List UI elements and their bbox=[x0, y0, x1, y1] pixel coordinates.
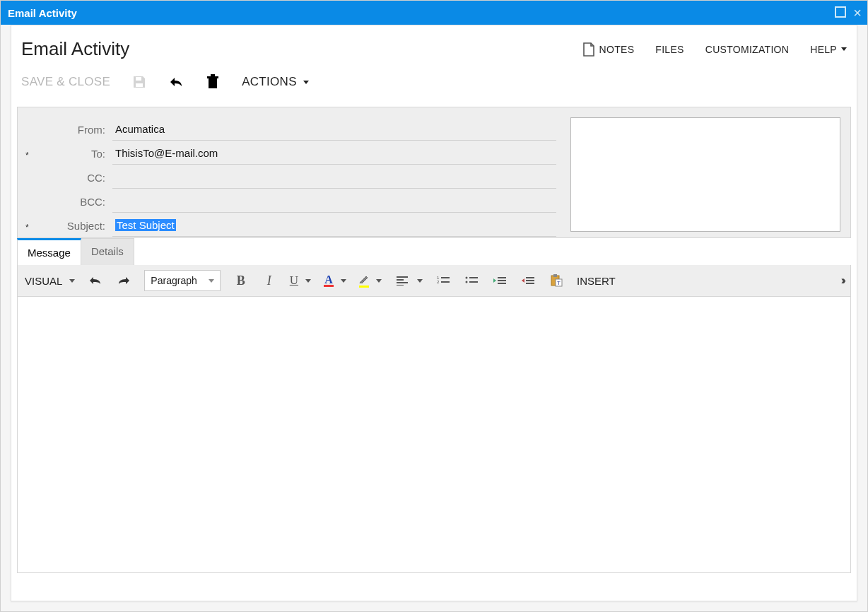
svg-rect-1 bbox=[136, 83, 143, 87]
page-title: Email Activity bbox=[21, 38, 582, 60]
subject-row: *Subject: Test Subject bbox=[28, 213, 556, 237]
expand-toolbar-icon[interactable]: ›› bbox=[841, 273, 843, 288]
bcc-label: BCC: bbox=[28, 196, 105, 208]
indent-icon[interactable] bbox=[492, 273, 508, 288]
preview-box bbox=[570, 117, 840, 232]
ordered-list-icon[interactable]: 12 bbox=[435, 273, 451, 288]
help-link[interactable]: HELP bbox=[810, 44, 847, 55]
editor-toolbar: VISUAL Paragraph B I U A bbox=[17, 265, 851, 297]
help-label: HELP bbox=[810, 44, 837, 55]
save-close-button[interactable]: SAVE & CLOSE bbox=[21, 75, 110, 89]
notes-icon bbox=[582, 42, 595, 57]
highlight-icon bbox=[359, 273, 369, 286]
files-label: FILES bbox=[655, 44, 684, 55]
svg-rect-3 bbox=[207, 76, 218, 78]
to-field[interactable]: ThisisTo@E-mail.com bbox=[112, 143, 556, 165]
content-area: Email Activity NOTES FILES CUSTOMIZATION… bbox=[11, 25, 857, 601]
chevron-down-icon bbox=[341, 279, 346, 283]
message-body[interactable] bbox=[17, 297, 851, 573]
from-label: From: bbox=[28, 124, 105, 136]
header-actions: NOTES FILES CUSTOMIZATION HELP bbox=[582, 42, 847, 57]
window-titlebar: Email Activity × bbox=[1, 1, 867, 25]
subject-field[interactable]: Test Subject bbox=[112, 215, 556, 237]
svg-rect-24 bbox=[553, 274, 557, 277]
undo-icon[interactable] bbox=[168, 74, 184, 90]
from-field[interactable]: Acumatica bbox=[112, 119, 556, 141]
insert-menu[interactable]: INSERT bbox=[577, 275, 616, 287]
tab-strip: Message Details bbox=[17, 238, 851, 265]
font-color-label: A bbox=[324, 275, 333, 285]
email-fields: From: Acumatica *To: ThisisTo@E-mail.com… bbox=[28, 117, 556, 237]
cc-label: CC: bbox=[28, 172, 105, 184]
page-header: Email Activity NOTES FILES CUSTOMIZATION… bbox=[11, 25, 857, 64]
svg-point-14 bbox=[466, 281, 468, 283]
notes-link[interactable]: NOTES bbox=[582, 42, 635, 57]
underline-button[interactable]: U bbox=[290, 273, 311, 288]
editor-redo-icon[interactable] bbox=[116, 273, 131, 288]
font-color-swatch bbox=[324, 285, 334, 287]
from-row: From: Acumatica bbox=[28, 117, 556, 141]
subject-selected-text: Test Subject bbox=[115, 219, 176, 231]
to-label: *To: bbox=[28, 148, 105, 160]
svg-rect-2 bbox=[209, 78, 217, 88]
svg-text:2: 2 bbox=[437, 280, 440, 284]
window-maximize-icon[interactable] bbox=[835, 6, 846, 20]
chevron-down-icon bbox=[417, 279, 423, 283]
tab-details[interactable]: Details bbox=[81, 238, 134, 265]
chevron-down-icon bbox=[209, 279, 214, 283]
bcc-row: BCC: bbox=[28, 189, 556, 213]
chevron-down-icon bbox=[305, 279, 311, 283]
cc-field[interactable] bbox=[112, 167, 556, 189]
font-color-button[interactable]: A bbox=[324, 275, 346, 287]
paste-icon[interactable]: T bbox=[549, 273, 564, 288]
bcc-field[interactable] bbox=[112, 191, 556, 213]
svg-rect-0 bbox=[136, 77, 141, 81]
email-form-panel: From: Acumatica *To: ThisisTo@E-mail.com… bbox=[17, 107, 851, 238]
window-close-icon[interactable]: × bbox=[853, 6, 862, 20]
main-toolbar: SAVE & CLOSE ACTIONS bbox=[11, 64, 857, 107]
chevron-down-icon bbox=[841, 47, 847, 51]
chevron-down-icon bbox=[303, 81, 309, 84]
files-link[interactable]: FILES bbox=[655, 44, 684, 55]
save-icon[interactable] bbox=[131, 74, 147, 90]
unordered-list-icon[interactable] bbox=[464, 273, 479, 288]
chevron-down-icon bbox=[69, 279, 75, 283]
svg-text:T: T bbox=[557, 280, 561, 286]
visual-mode-menu[interactable]: VISUAL bbox=[25, 275, 75, 287]
tab-message[interactable]: Message bbox=[17, 238, 81, 265]
highlight-button[interactable] bbox=[359, 273, 382, 288]
actions-menu[interactable]: ACTIONS bbox=[242, 75, 309, 89]
editor-undo-icon[interactable] bbox=[88, 273, 103, 288]
italic-button[interactable]: I bbox=[262, 273, 277, 288]
visual-label: VISUAL bbox=[25, 275, 62, 287]
underline-label: U bbox=[290, 273, 298, 288]
svg-rect-4 bbox=[211, 74, 215, 76]
paragraph-select[interactable]: Paragraph bbox=[144, 270, 220, 291]
app-window: Email Activity × Email Activity NOTES FI… bbox=[0, 0, 868, 612]
chevron-down-icon bbox=[376, 279, 382, 283]
customization-label: CUSTOMIZATION bbox=[705, 44, 790, 55]
align-left-icon bbox=[394, 273, 410, 288]
bold-button[interactable]: B bbox=[233, 273, 249, 288]
window-title: Email Activity bbox=[8, 7, 835, 19]
align-button[interactable] bbox=[394, 273, 423, 288]
notes-label: NOTES bbox=[599, 44, 635, 55]
customization-link[interactable]: CUSTOMIZATION bbox=[705, 44, 790, 55]
to-row: *To: ThisisTo@E-mail.com bbox=[28, 141, 556, 165]
cc-row: CC: bbox=[28, 165, 556, 189]
svg-point-13 bbox=[466, 277, 468, 279]
paragraph-label: Paragraph bbox=[151, 275, 197, 286]
actions-label: ACTIONS bbox=[242, 75, 297, 89]
delete-icon[interactable] bbox=[205, 74, 221, 90]
outdent-icon[interactable] bbox=[520, 273, 536, 288]
window-controls: × bbox=[835, 6, 862, 20]
subject-label: *Subject: bbox=[28, 220, 105, 232]
highlight-swatch bbox=[359, 286, 369, 288]
